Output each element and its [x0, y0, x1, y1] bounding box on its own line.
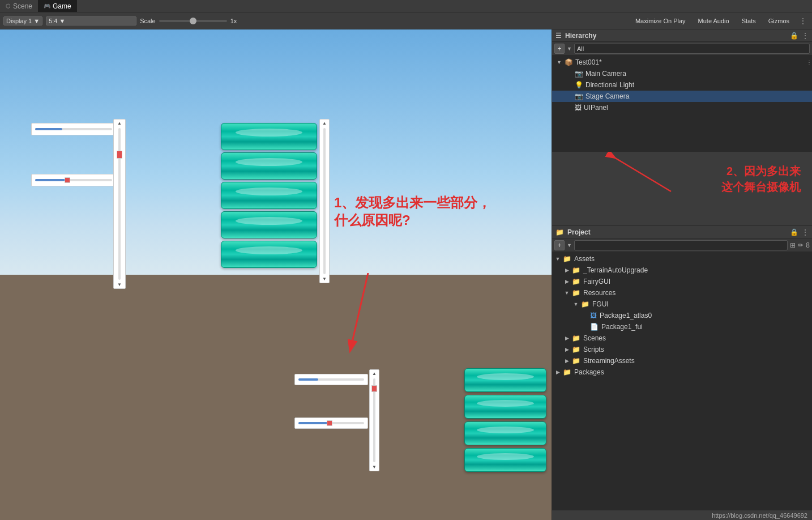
hierarchy-annotation-text: 2、因为多出来 这个舞台摄像机: [716, 157, 806, 203]
slider-fill-1: [35, 128, 62, 130]
slider-v2-up-arrow[interactable]: ▲: [322, 120, 327, 127]
slider-horizontal-3[interactable]: [294, 374, 368, 385]
maximize-on-play-button[interactable]: Maximize On Play: [631, 16, 690, 25]
scale-slider[interactable]: [159, 20, 227, 22]
pt-assets[interactable]: ▼ 📁 Assets: [552, 253, 812, 265]
slider-track-3: [298, 378, 364, 381]
scripts-expand-icon[interactable]: ▶: [563, 347, 570, 352]
scenes-folder-icon: 📁: [572, 334, 580, 342]
slider-v3-down-arrow[interactable]: ▼: [372, 463, 377, 471]
main-camera-icon: 📷: [575, 70, 583, 78]
green-btn-b3[interactable]: [464, 421, 546, 445]
green-btn-b2[interactable]: [464, 395, 546, 419]
project-more-icon[interactable]: ⋮: [802, 228, 809, 236]
tree-item-directional-light[interactable]: 💡 Directional Light: [552, 79, 812, 91]
pt-fui[interactable]: 📄 Package1_fui: [552, 321, 812, 333]
project-add-button[interactable]: +: [554, 240, 565, 250]
pt-streaming[interactable]: ▶ 📁 StreamingAssets: [552, 355, 812, 366]
slider-thumb-2[interactable]: [65, 177, 70, 183]
tab-scene[interactable]: ⬡ Scene: [0, 0, 38, 12]
green-btn-4[interactable]: [221, 211, 317, 238]
slider-v-down-arrow[interactable]: ▼: [117, 281, 122, 288]
streaming-label: StreamingAssets: [583, 357, 635, 365]
slider-vertical-1[interactable]: ▲ ▼: [113, 119, 126, 289]
gizmos-button[interactable]: Gizmos: [764, 16, 794, 25]
tree-item-uipanel[interactable]: 🖼 UIPanel: [552, 102, 812, 113]
scenes-expand-icon[interactable]: ▶: [563, 335, 570, 341]
display-select[interactable]: Display 1 ▼: [3, 16, 42, 25]
tree-item-main-camera[interactable]: 📷 Main Camera: [552, 68, 812, 79]
resources-expand-icon[interactable]: ▼: [563, 290, 570, 296]
hierarchy-lock-icon[interactable]: 🔒: [790, 32, 798, 40]
pt-resources[interactable]: ▼ 📁 Resources: [552, 287, 812, 299]
green-btn-b4[interactable]: [464, 448, 546, 472]
slider-v3-up-arrow[interactable]: ▲: [372, 370, 377, 377]
resources-label: Resources: [583, 289, 616, 297]
terrain-expand-icon[interactable]: ▶: [563, 267, 570, 273]
project-header-icons: 🔒 ⋮: [790, 228, 809, 236]
slider-fill-2: [35, 179, 66, 181]
project-search-input[interactable]: [574, 240, 788, 250]
green-btn-2[interactable]: [221, 152, 317, 180]
slider-horizontal-4[interactable]: [294, 417, 368, 429]
tree-item-root[interactable]: ▼ 📦 Test001* ⋮: [552, 57, 812, 68]
pt-scripts[interactable]: ▶ 📁 Scripts: [552, 344, 812, 355]
packages-folder-icon: 📁: [563, 368, 571, 376]
project-toolbar: + ▼ ⊞ ✏ 8: [552, 238, 812, 252]
slider-v2-down-arrow[interactable]: ▼: [322, 275, 327, 283]
mute-audio-button[interactable]: Mute Audio: [694, 16, 734, 25]
aspect-select[interactable]: 5:4 ▼: [46, 16, 136, 25]
green-btn-1[interactable]: [221, 123, 317, 150]
slider-horizontal-2[interactable]: [31, 174, 116, 186]
toolbar-more-icon[interactable]: ⋮: [797, 17, 809, 25]
hierarchy-add-button[interactable]: +: [554, 44, 565, 54]
svg-line-3: [614, 157, 671, 191]
root-expand-icon[interactable]: ▼: [557, 59, 562, 65]
slider-vertical-3[interactable]: ▲ ▼: [369, 369, 379, 471]
scale-label: Scale: [140, 18, 156, 24]
project-view-icon-2[interactable]: ✏: [798, 241, 804, 249]
streaming-expand-icon[interactable]: ▶: [563, 358, 570, 364]
green-btn-5[interactable]: [221, 241, 317, 268]
root-label: Test001*: [575, 58, 602, 66]
annotation-text-1: 1、发现多出来一些部分， 什么原因呢?: [334, 194, 491, 229]
slider-v-thumb-1[interactable]: [117, 151, 122, 159]
root-more-icon[interactable]: ⋮: [806, 59, 812, 66]
slider-v-thumb-3[interactable]: [371, 385, 377, 392]
assets-folder-icon: 📁: [563, 255, 571, 263]
slider-v-up-arrow[interactable]: ▲: [117, 120, 122, 127]
green-btn-b1[interactable]: [464, 368, 546, 392]
hierarchy-annotation-area: 2、因为多出来 这个舞台摄像机: [552, 152, 812, 225]
slider-vertical-2[interactable]: ▲ ▼: [319, 119, 330, 283]
pt-atlas0[interactable]: 🖼 Package1_atlas0: [552, 310, 812, 321]
packages-expand-icon[interactable]: ▶: [554, 369, 561, 375]
pt-fgui[interactable]: ▼ 📁 FGUI: [552, 299, 812, 310]
pt-fairygui[interactable]: ▶ 📁 FairyGUI: [552, 276, 812, 287]
project-view-icon-3[interactable]: 8: [806, 241, 810, 249]
atlas0-label: Package1_atlas0: [600, 312, 652, 319]
hierarchy-icon: ☰: [555, 32, 562, 40]
slider-horizontal-1[interactable]: [31, 123, 116, 135]
stats-button[interactable]: Stats: [737, 16, 760, 25]
project-view-icon-1[interactable]: ⊞: [790, 241, 796, 249]
fui-file-icon: 📄: [590, 323, 599, 331]
pt-packages[interactable]: ▶ 📁 Packages: [552, 366, 812, 378]
assets-label: Assets: [574, 255, 595, 263]
fgui-expand-icon[interactable]: ▼: [572, 301, 579, 307]
hierarchy-header: ☰ Hierarchy 🔒 ⋮: [552, 29, 812, 42]
fairygui-expand-icon[interactable]: ▶: [563, 279, 570, 284]
slider-thumb-4[interactable]: [327, 420, 332, 426]
pt-scenes[interactable]: ▶ 📁 Scenes: [552, 333, 812, 344]
slider-track-1: [35, 128, 112, 130]
tree-item-stage-camera[interactable]: 📷 Stage Camera: [552, 91, 812, 102]
fairygui-folder-icon: 📁: [572, 278, 580, 285]
hierarchy-search-input[interactable]: [574, 44, 810, 54]
slider-track-2: [35, 179, 112, 181]
tab-game[interactable]: 🎮 Game: [38, 0, 77, 12]
pt-terrain[interactable]: ▶ 📁 _TerrainAutoUpgrade: [552, 265, 812, 276]
green-btn-3[interactable]: [221, 182, 317, 209]
scale-thumb[interactable]: [190, 18, 196, 24]
assets-expand-icon[interactable]: ▼: [554, 256, 561, 262]
hierarchy-more-icon[interactable]: ⋮: [802, 32, 809, 40]
project-lock-icon[interactable]: 🔒: [790, 228, 798, 236]
